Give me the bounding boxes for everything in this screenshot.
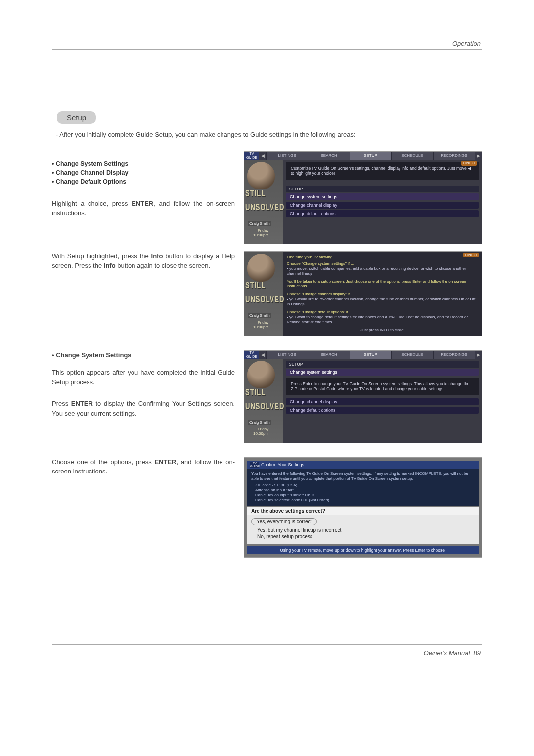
text: With Setup highlighted, press the [52,252,151,260]
footer-rule [52,644,482,645]
screenshot-change-system: TV GUIDE ◀ LISTINGS SEARCH SETUP SCHEDUL… [244,350,482,443]
show-title-2: UNSOLVED [245,294,284,304]
help-b1: • you move, switch cable companies, add … [287,266,478,276]
arrow-left-icon: ◀ [259,351,266,359]
screenshot-setup-menu: TV GUIDE ◀ LISTINGS SEARCH SETUP SCHEDUL… [244,151,482,244]
choice-lineup: Yes, but my channel lineup is incorrect [257,527,475,533]
help-panel: Fine tune your TV viewing! Choose "Chang… [283,252,482,336]
bullet-item: Change System Settings [52,160,235,167]
confirm-body-text: You have entered the following TV Guide … [251,472,475,481]
opt-change-default: Change default options [286,407,479,414]
pip-preview: STILL UNSOLVED Craig Smith Friday10:00pm [244,359,283,443]
tv-guide-logo: TV GUIDE [250,462,259,468]
choice-no: No, repeat setup process [257,534,475,539]
tab-listings: LISTINGS [266,351,308,359]
info-text: Press Enter to change your TV Guide On S… [291,381,470,391]
info-badge: i INFO [461,161,477,166]
show-title-1: STILL [245,188,266,198]
help-title: Fine tune your TV viewing! [287,255,478,260]
setup-label: SETUP [286,186,479,192]
section2-p3: Choose one of the options, press ENTER, … [52,457,235,476]
setup-pill: Setup [57,111,96,124]
opt-change-channel: Change channel display [286,398,479,405]
help-mid: You'll be taken to a setup screen. Just … [287,279,478,289]
show-title-1: STILL [245,280,266,290]
arrow-right-icon: ▶ [475,351,482,359]
person-name: Craig Smith [248,221,271,226]
help-b3: • you want to change default settings fo… [287,315,478,325]
person-name: Craig Smith [248,420,271,425]
confirm-titlebar: TV GUIDE Confirm Your Settings [247,461,479,469]
text: Choose one of the options, press [52,458,154,466]
bullet-list: Change System Settings Change Channel Di… [52,160,235,185]
para-info-help: With Setup highlighted, press the Info b… [52,251,235,271]
enter-key: ENTER [71,400,93,407]
person-name: Craig Smith [248,313,271,318]
screenshot-help: i INFO STILL UNSOLVED Craig Smith Friday… [244,251,482,336]
show-title-2: UNSOLVED [245,401,284,411]
info-key: Info [151,252,163,260]
bullet-item: Change Default Options [52,178,235,185]
setting-line: Cable Box on input "Cable": Ch. 3 [255,493,475,498]
tv-guide-logo: TV GUIDE [244,351,259,359]
info-key: Info [104,262,116,269]
header-section: Operation [452,40,481,47]
info-box: Press Enter to change your TV Guide On S… [286,378,479,395]
help-b2: • you would like to re-order channel loc… [287,297,478,307]
tab-schedule: SCHEDULE [391,351,433,359]
pip-time: Friday10:00pm [253,320,268,329]
intro-text: - After you initially complete Guide Set… [56,130,482,140]
opt-change-system: Change system settings [286,193,479,200]
confirm-footer: Using your TV remote, move up or down to… [247,546,479,554]
info-box: i INFO Customize TV Guide On Screen's se… [286,162,479,180]
opt-change-channel: Change channel display [286,202,479,209]
tab-setup: SETUP [350,152,391,160]
help-footer: Just press INFO to close [287,328,478,332]
confirm-body: You have entered the following TV Guide … [247,469,479,506]
enter-key: ENTER [132,200,153,207]
pip-time: Friday10:00pm [253,228,268,237]
face-image [247,361,275,388]
opt-change-default: Change default options [286,210,479,217]
tv-guide-logo: TV GUIDE [244,152,259,160]
setting-line: Cable Box selected: code 001 (Not Listed… [255,498,475,503]
pip-preview: STILL UNSOLVED Craig Smith Friday10:00pm [244,160,283,244]
pip-time: Friday10:00pm [253,427,268,436]
opt-change-system: Change system settings [286,369,479,376]
help-h1: Choose "Change system settings" if ... [287,261,478,266]
face-image [247,162,275,189]
help-h2: Choose "Change channel display" if ... [287,292,478,297]
tab-recordings: RECORDINGS [433,152,475,160]
footer-text: Owner's Manual 89 [424,649,481,657]
tab-listings: LISTINGS [266,152,308,160]
face-image [247,254,275,282]
show-title-1: STILL [245,387,266,397]
screenshot-confirm: TV GUIDE Confirm Your Settings You have … [244,457,482,558]
enter-key: ENTER [154,458,176,466]
confirm-choices: Yes, everything is correct Yes, but my c… [247,515,479,544]
pip-preview: STILL UNSOLVED Craig Smith Friday10:00pm [244,252,283,336]
setup-label: SETUP [286,361,479,368]
help-h3: Choose "Change default options" if ... [287,310,478,315]
tab-recordings: RECORDINGS [433,351,475,359]
tab-search: SEARCH [308,152,349,160]
confirm-question: Are the above settings correct? [247,507,479,515]
text: button again to close the screen. [116,262,211,269]
info-badge: i INFO [463,253,479,257]
setting-line: ZIP code - 91130 (USA) [255,483,475,488]
arrow-right-icon: ▶ [475,152,482,160]
tab-setup: SETUP [350,351,391,359]
section2-p1: This option appears after you have compl… [52,368,235,387]
tab-schedule: SCHEDULE [391,152,433,160]
setting-line: Antenna on input "Air" [255,488,475,493]
text: Press [52,400,71,407]
section2-p2: Press ENTER to display the Confirming Yo… [52,399,235,418]
show-title-2: UNSOLVED [245,202,284,212]
text: Highlight a choice, press [52,200,132,207]
info-text: Customize TV Guide On Screen's settings,… [291,166,471,176]
change-system-heading: • Change System Settings [52,350,235,360]
footer-label: Owner's Manual [424,649,470,657]
tab-search: SEARCH [308,351,349,359]
page-number: 89 [474,649,481,657]
choice-yes: Yes, everything is correct [251,518,317,525]
